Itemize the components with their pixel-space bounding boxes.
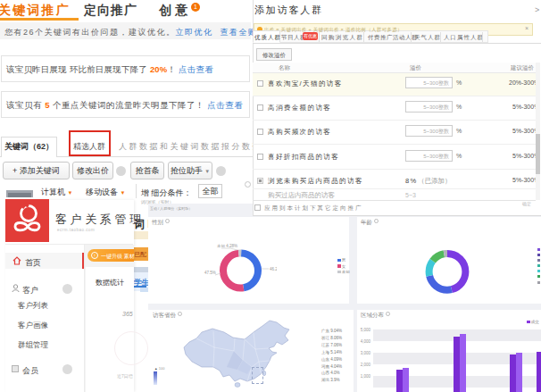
svg-text:未知 4.28%: 未知 4.28% [217, 244, 237, 248]
svg-text:46.2: 46.2 [270, 267, 277, 271]
